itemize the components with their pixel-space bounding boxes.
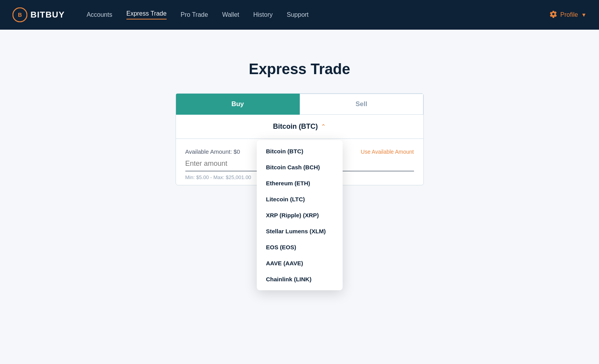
trade-tabs: Buy Sell: [176, 94, 423, 115]
dropdown-item-xrp[interactable]: XRP (Ripple) (XRP): [257, 207, 343, 223]
chevron-up-icon: ⌃: [321, 123, 326, 130]
brand-name: BITBUY: [30, 10, 65, 20]
currency-selector[interactable]: Bitcoin (BTC) ⌃ Bitcoin (BTC) Bitcoin Ca…: [176, 115, 423, 139]
sell-tab[interactable]: Sell: [300, 94, 423, 115]
dropdown-item-ltc[interactable]: Litecoin (LTC): [257, 191, 343, 207]
nav-express-trade[interactable]: Express Trade: [126, 10, 167, 20]
available-label: Available Amount: $0: [185, 148, 240, 155]
nav-links: Accounts Express Trade Pro Trade Wallet …: [87, 10, 534, 20]
logo[interactable]: B BITBUY: [12, 7, 65, 22]
dropdown-item-aave[interactable]: AAVE (AAVE): [257, 255, 343, 271]
dropdown-item-eth[interactable]: Ethereum (ETH): [257, 175, 343, 191]
nav-history[interactable]: History: [253, 11, 273, 18]
page-title: Express Trade: [249, 61, 350, 78]
navbar: B BITBUY Accounts Express Trade Pro Trad…: [0, 0, 599, 30]
dropdown-item-eos[interactable]: EOS (EOS): [257, 239, 343, 255]
profile-chevron-icon: ▼: [581, 12, 587, 18]
nav-accounts[interactable]: Accounts: [87, 11, 112, 18]
dropdown-item-btc[interactable]: Bitcoin (BTC): [257, 143, 343, 159]
trade-card: Buy Sell Bitcoin (BTC) ⌃ Bitcoin (BTC) B…: [176, 93, 424, 185]
currency-dropdown: Bitcoin (BTC) Bitcoin Cash (BCH) Ethereu…: [257, 140, 343, 290]
dropdown-item-bch[interactable]: Bitcoin Cash (BCH): [257, 159, 343, 175]
dropdown-item-link[interactable]: Chainlink (LINK): [257, 271, 343, 287]
buy-tab[interactable]: Buy: [176, 94, 300, 115]
profile-label: Profile: [560, 11, 578, 18]
use-available-link[interactable]: Use Available Amount: [361, 149, 414, 155]
selected-currency: Bitcoin (BTC): [273, 123, 318, 131]
available-amount-value: $0: [233, 148, 240, 155]
main-content: Express Trade Buy Sell Bitcoin (BTC) ⌃ B…: [0, 30, 599, 185]
profile-menu[interactable]: Profile ▼: [549, 10, 587, 20]
gear-icon: [549, 10, 557, 20]
nav-wallet[interactable]: Wallet: [222, 11, 239, 18]
dropdown-item-xlm[interactable]: Stellar Lumens (XLM): [257, 223, 343, 239]
nav-pro-trade[interactable]: Pro Trade: [181, 11, 208, 18]
nav-support[interactable]: Support: [287, 11, 309, 18]
svg-text:B: B: [18, 12, 22, 18]
